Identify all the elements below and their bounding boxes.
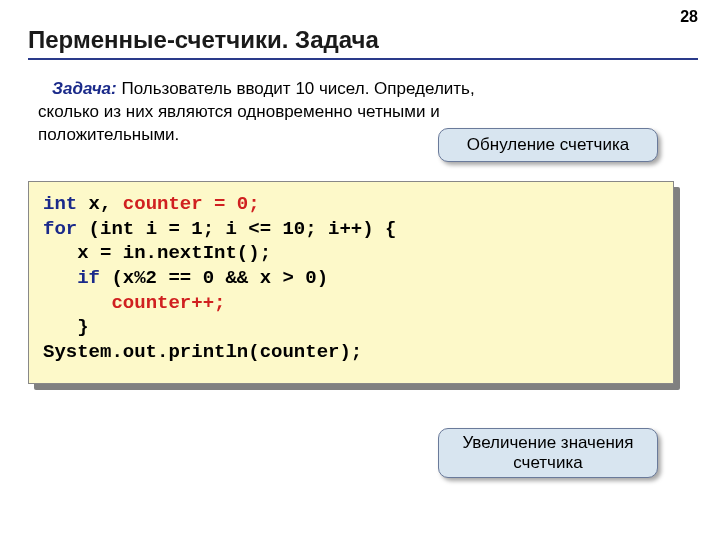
code-kw-if: if bbox=[43, 267, 100, 289]
code-cond: (x%2 == 0 && x > 0) bbox=[100, 267, 328, 289]
code-close: } bbox=[43, 316, 89, 338]
task-label: Задача: bbox=[52, 79, 117, 98]
page-title: Перменные-счетчики. Задача bbox=[28, 26, 379, 54]
code-for-head: (int i = 1; i <= 10; i++) { bbox=[77, 218, 396, 240]
code-cpp-indent bbox=[43, 292, 111, 314]
code-block: int x, counter = 0; for (int i = 1; i <=… bbox=[28, 181, 674, 384]
callout-increment-counter: Увеличение значения счетчика bbox=[438, 428, 658, 478]
task-line1: Пользователь вводит 10 чисел. Определить… bbox=[117, 79, 475, 98]
code-counter-init: counter = 0; bbox=[123, 193, 260, 215]
callout-reset-counter: Обнуление счетчика bbox=[438, 128, 658, 162]
task-line2: сколько из них являются одновременно чет… bbox=[38, 102, 440, 121]
code-print: System.out.println(counter); bbox=[43, 341, 362, 363]
code-kw-for: for bbox=[43, 218, 77, 240]
title-underline bbox=[28, 58, 698, 60]
page-number: 28 bbox=[680, 8, 698, 26]
code-line3: x = in.nextInt(); bbox=[43, 242, 271, 264]
task-line3: положительными. bbox=[38, 125, 179, 144]
code-kw-int: int bbox=[43, 193, 77, 215]
code-counter-inc: counter++; bbox=[111, 292, 225, 314]
code-xdecl: x, bbox=[77, 193, 123, 215]
